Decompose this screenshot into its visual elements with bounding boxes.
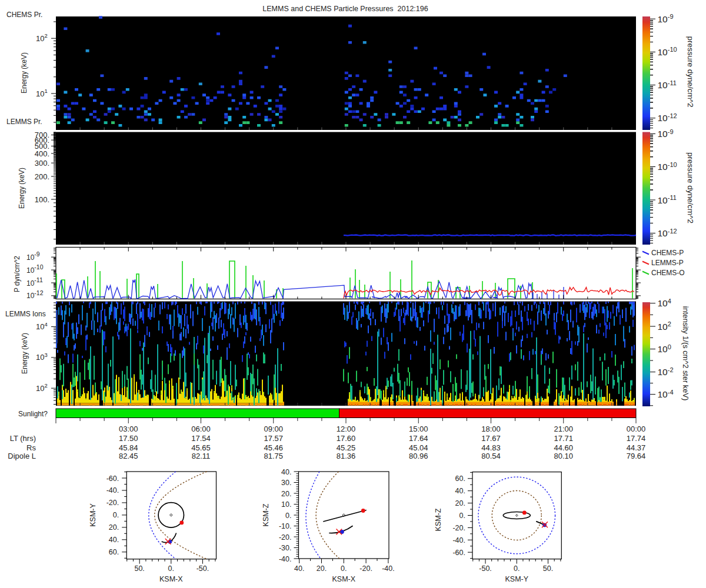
svg-text:03:00: 03:00 bbox=[119, 425, 138, 433]
svg-text:20.: 20. bbox=[109, 523, 119, 532]
svg-text:104: 104 bbox=[36, 321, 48, 332]
svg-text:10-10: 10-10 bbox=[658, 161, 677, 172]
svg-text:10-2: 10-2 bbox=[658, 366, 674, 377]
svg-text:pressure dyne/cm^2: pressure dyne/cm^2 bbox=[686, 36, 695, 107]
svg-text:00:00: 00:00 bbox=[627, 425, 646, 433]
svg-text:KSM-X: KSM-X bbox=[332, 575, 356, 583]
svg-text:50.: 50. bbox=[543, 564, 553, 573]
svg-text:-50.: -50. bbox=[479, 564, 492, 573]
svg-text:103: 103 bbox=[36, 352, 48, 362]
svg-text:17.74: 17.74 bbox=[627, 434, 646, 443]
svg-text:KSM-Y: KSM-Y bbox=[89, 503, 97, 527]
svg-text:45.04: 45.04 bbox=[409, 443, 428, 452]
svg-text:pressure dyne/cm^2: pressure dyne/cm^2 bbox=[686, 152, 695, 223]
svg-text:10-9: 10-9 bbox=[658, 128, 674, 139]
svg-text:20.: 20. bbox=[455, 499, 465, 507]
svg-text:-60.: -60. bbox=[452, 549, 465, 557]
svg-text:10-9: 10-9 bbox=[658, 13, 674, 24]
svg-text:45.46: 45.46 bbox=[264, 443, 283, 452]
svg-text:10-11: 10-11 bbox=[26, 276, 43, 288]
svg-text:Dipole L: Dipole L bbox=[8, 452, 36, 460]
svg-text:44.37: 44.37 bbox=[627, 443, 646, 452]
svg-text:81.36: 81.36 bbox=[337, 452, 356, 460]
svg-text:79.64: 79.64 bbox=[627, 452, 646, 460]
svg-text:60.: 60. bbox=[109, 548, 119, 556]
svg-text:KSM-X: KSM-X bbox=[159, 575, 183, 583]
svg-text:LEMMS-P: LEMMS-P bbox=[651, 259, 684, 267]
svg-text:17.67: 17.67 bbox=[481, 434, 501, 443]
svg-text:-20.: -20. bbox=[452, 524, 465, 532]
svg-text:100.: 100. bbox=[35, 195, 49, 204]
svg-text:KSM-Y: KSM-Y bbox=[505, 575, 529, 583]
svg-text:CHEMS Pr.: CHEMS Pr. bbox=[6, 11, 42, 19]
svg-text:0.: 0. bbox=[459, 512, 465, 520]
svg-text:Energy (keV): Energy (keV) bbox=[18, 168, 26, 209]
svg-text:-20.: -20. bbox=[106, 499, 119, 507]
svg-text:40.: 40. bbox=[294, 564, 304, 573]
svg-text:45.84: 45.84 bbox=[119, 443, 138, 452]
svg-text:Energy (keV): Energy (keV) bbox=[20, 52, 28, 93]
svg-text:20.: 20. bbox=[281, 490, 291, 498]
svg-text:10-10: 10-10 bbox=[26, 263, 44, 275]
svg-text:-40.: -40. bbox=[382, 564, 395, 573]
svg-text:102: 102 bbox=[36, 382, 48, 393]
svg-text:45.65: 45.65 bbox=[191, 443, 211, 452]
svg-text:17.60: 17.60 bbox=[337, 434, 356, 443]
svg-text:-40.: -40. bbox=[106, 486, 119, 495]
svg-text:CHEMS-O: CHEMS-O bbox=[651, 269, 685, 277]
svg-text:82.45: 82.45 bbox=[119, 452, 138, 460]
svg-text:10-12: 10-12 bbox=[658, 228, 677, 239]
svg-text:20.: 20. bbox=[317, 564, 327, 573]
svg-text:104: 104 bbox=[658, 298, 671, 309]
svg-text:17.54: 17.54 bbox=[191, 434, 211, 443]
svg-text:KSM-Z: KSM-Z bbox=[434, 508, 442, 531]
svg-text:0.: 0. bbox=[341, 564, 347, 573]
svg-text:LT (hrs): LT (hrs) bbox=[10, 434, 36, 443]
svg-text:-20.: -20. bbox=[359, 564, 372, 573]
svg-text:intensity 1/(s cm^2 ster keV): intensity 1/(s cm^2 ster keV) bbox=[681, 306, 690, 400]
svg-text:10-10: 10-10 bbox=[658, 46, 677, 57]
svg-text:Sunlight?: Sunlight? bbox=[18, 410, 48, 418]
svg-text:80.10: 80.10 bbox=[554, 452, 573, 460]
svg-text:0.: 0. bbox=[113, 511, 119, 519]
svg-text:-20.: -20. bbox=[279, 533, 292, 542]
svg-text:0.: 0. bbox=[168, 564, 174, 573]
svg-text:10-9: 10-9 bbox=[26, 250, 40, 262]
svg-text:0.: 0. bbox=[514, 564, 519, 573]
svg-text:LEMMS Pr.: LEMMS Pr. bbox=[6, 118, 42, 126]
svg-text:50.: 50. bbox=[134, 564, 144, 573]
svg-text:Rs: Rs bbox=[26, 443, 36, 452]
svg-text:300.: 300. bbox=[35, 159, 49, 168]
svg-text:44.60: 44.60 bbox=[554, 443, 573, 452]
svg-text:-60.: -60. bbox=[106, 475, 119, 483]
svg-text:200.: 200. bbox=[35, 172, 49, 181]
svg-text:400.: 400. bbox=[35, 149, 49, 158]
svg-text:45.25: 45.25 bbox=[337, 443, 356, 452]
svg-text:15:00: 15:00 bbox=[409, 425, 428, 433]
svg-text:21:00: 21:00 bbox=[554, 425, 573, 433]
svg-text:-40.: -40. bbox=[279, 555, 292, 563]
svg-text:102: 102 bbox=[658, 320, 671, 332]
svg-text:81.75: 81.75 bbox=[264, 452, 283, 460]
svg-text:12:00: 12:00 bbox=[337, 425, 356, 433]
svg-text:10-12: 10-12 bbox=[26, 289, 44, 300]
svg-text:40.: 40. bbox=[109, 536, 119, 544]
svg-text:17.64: 17.64 bbox=[409, 434, 428, 443]
svg-text:10-4: 10-4 bbox=[658, 389, 674, 400]
svg-text:102: 102 bbox=[36, 32, 48, 43]
svg-text:-50.: -50. bbox=[197, 564, 209, 573]
svg-text:09:00: 09:00 bbox=[264, 425, 283, 433]
svg-text:06:00: 06:00 bbox=[191, 425, 211, 433]
svg-text:17.71: 17.71 bbox=[554, 434, 573, 443]
svg-text:18:00: 18:00 bbox=[481, 425, 501, 433]
svg-text:P dyn/cm^2: P dyn/cm^2 bbox=[13, 256, 21, 292]
svg-text:10-11: 10-11 bbox=[658, 79, 677, 91]
svg-text:80.54: 80.54 bbox=[481, 452, 501, 460]
svg-text:101: 101 bbox=[36, 88, 48, 98]
svg-text:80.96: 80.96 bbox=[409, 452, 428, 460]
svg-text:CHEMS-P: CHEMS-P bbox=[651, 249, 684, 257]
svg-text:44.83: 44.83 bbox=[481, 443, 501, 452]
svg-text:Energy (keV): Energy (keV) bbox=[21, 333, 29, 374]
svg-text:10-11: 10-11 bbox=[658, 194, 677, 205]
svg-text:KSM-Z: KSM-Z bbox=[262, 503, 270, 526]
